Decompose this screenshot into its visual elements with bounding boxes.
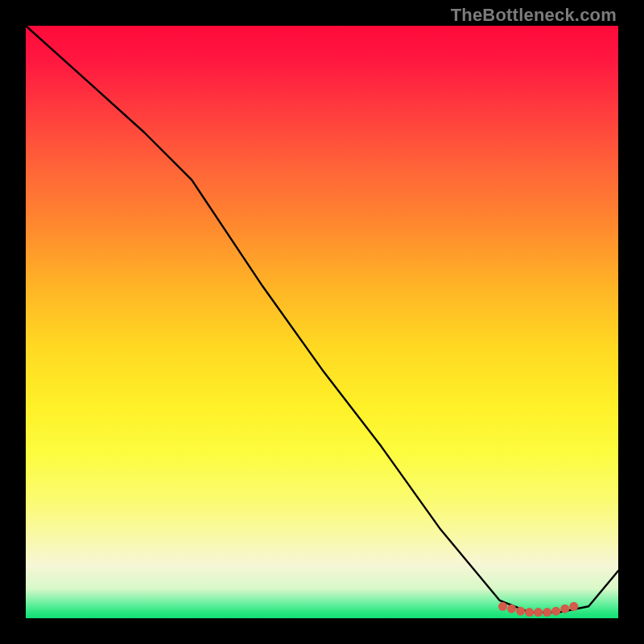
plot-area [26, 26, 618, 618]
optimal-marker [551, 607, 560, 616]
optimal-marker [498, 602, 507, 611]
bottleneck-line [26, 26, 618, 613]
optimal-marker [507, 605, 516, 613]
chart-frame: TheBottleneck.com [0, 0, 644, 644]
optimal-marker [543, 608, 551, 617]
optimal-marker [525, 608, 534, 617]
optimal-marker [534, 608, 543, 617]
optimal-marker [560, 605, 569, 613]
optimal-marker [569, 602, 578, 611]
curve-svg [26, 26, 618, 618]
optimal-marker [516, 607, 525, 616]
watermark-text: TheBottleneck.com [451, 5, 617, 26]
